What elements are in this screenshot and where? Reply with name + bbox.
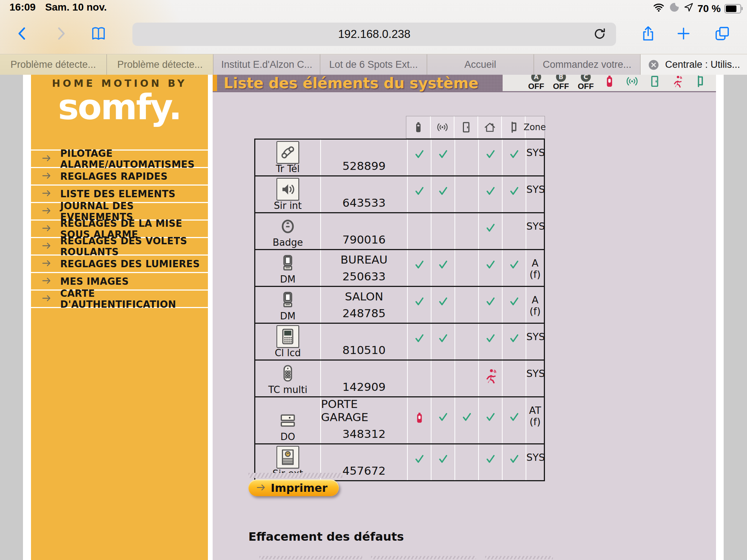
header-accent-bar — [213, 75, 217, 91]
device-cell: Sir int — [255, 176, 320, 212]
zone-value: SYS — [526, 176, 545, 212]
status-check-icon — [407, 324, 431, 359]
table-row: Tr Tél528899SYS — [255, 140, 544, 175]
sidebar-item-mes-images[interactable]: MES IMAGES — [31, 273, 208, 289]
status-empty-cell — [407, 213, 431, 249]
status-check-icon — [407, 140, 431, 175]
status-check-icon — [407, 444, 431, 480]
status-empty-cell — [454, 176, 478, 212]
device-cell: DM — [255, 250, 320, 286]
status-check-icon — [431, 444, 454, 480]
device-type-label: Badge — [273, 237, 303, 248]
close-tab-icon[interactable] — [647, 59, 660, 71]
print-button-label: Imprimer — [267, 482, 332, 494]
tab-label: Problème détecte... — [117, 59, 203, 70]
sidebar-item-carte-d-authentification[interactable]: CARTE D'AUTHENTIFICATION — [31, 291, 208, 307]
tab-2[interactable]: Problème détecte... — [107, 54, 213, 75]
forward-button[interactable] — [52, 22, 69, 45]
arrow-icon — [41, 240, 52, 253]
wifi-icon — [652, 1, 665, 16]
status-empty-cell — [431, 361, 454, 396]
door-icon — [454, 116, 477, 138]
runner-icon — [670, 75, 684, 90]
tab-6[interactable]: Commandez votre... — [534, 54, 640, 75]
device-number: 810510 — [342, 343, 386, 357]
status-check-icon — [478, 397, 502, 443]
status-check-icon — [431, 176, 454, 212]
arrow-icon — [41, 275, 52, 288]
tab-label: Problème détecte... — [11, 59, 96, 70]
device-type-label: Cl lcd — [275, 348, 301, 358]
device-number: 248785 — [342, 307, 386, 320]
tab-bar: Problème détecte...Problème détecte...In… — [0, 54, 747, 75]
new-tab-button[interactable] — [675, 22, 692, 45]
arrow-icon — [41, 170, 52, 183]
bookmarks-button[interactable] — [90, 22, 107, 45]
tab-4[interactable]: Lot de 6 Spots Ext... — [320, 54, 427, 75]
svg-text:C: C — [584, 75, 588, 81]
somfy-logo: HOME MOTION BY somfy. — [31, 75, 208, 148]
sidebar-item-reglages-des-lumieres[interactable]: REGLAGES DES LUMIERES — [31, 256, 208, 272]
status-check-icon — [431, 287, 454, 323]
status-empty-cell — [502, 213, 526, 249]
tab-3[interactable]: Institut E.d'Alzon C... — [213, 54, 320, 75]
battery-icon — [724, 4, 741, 13]
tab-5[interactable]: Accueil — [427, 54, 534, 75]
device-name-cell: 528899 — [320, 140, 407, 175]
device-type-label: TC multi — [268, 385, 307, 395]
reload-button[interactable] — [591, 26, 608, 42]
status-check-icon — [478, 176, 502, 212]
zone-value: SYS — [526, 361, 545, 396]
keypad-icon — [276, 325, 299, 348]
print-button[interactable]: Imprimer — [248, 479, 339, 496]
zone-value: SYS — [526, 213, 545, 249]
motion-icon — [276, 252, 299, 274]
tab-1[interactable]: Problème détecte... — [0, 54, 107, 75]
device-number: 348312 — [342, 427, 386, 440]
bottom-hatch — [371, 556, 476, 559]
device-cell: TC multi — [255, 361, 320, 396]
sidebar-item-label: LISTE DES ELEMENTS — [60, 188, 175, 199]
url-text: 192.168.0.238 — [338, 28, 410, 41]
sidebar: HOME MOTION BY somfy. PILOTAGE ALARME/AU… — [31, 75, 208, 560]
tabs-overview-button[interactable] — [713, 22, 731, 45]
zone-header: Zone — [525, 116, 544, 138]
status-check-icon — [478, 444, 502, 480]
device-cell: Tr Tél — [255, 140, 320, 175]
siren-ext-icon — [276, 446, 299, 468]
status-check-icon — [431, 250, 454, 286]
status-check-icon — [502, 324, 526, 359]
table-row: DMBUREAU250633A (f) — [255, 249, 544, 286]
status-empty-cell — [454, 140, 478, 175]
sidebar-item-label: REGLAGES DES LUMIERES — [60, 258, 200, 269]
arrow-icon — [41, 153, 52, 165]
share-button[interactable] — [639, 22, 657, 45]
back-button[interactable] — [14, 22, 31, 45]
device-type-label: Sir int — [274, 201, 302, 211]
device-name: PORTE GARAGE — [321, 397, 407, 424]
device-name-cell: 643533 — [320, 176, 407, 212]
device-type-label: DM — [280, 274, 295, 285]
zone-b-toggle[interactable]: BOFF — [553, 75, 569, 90]
sidebar-item-journal-des-evenements[interactable]: JOURNAL DES EVENEMENTS — [31, 203, 208, 219]
radio-icon — [625, 75, 639, 90]
sidebar-item-pilotage-alarme-automatismes[interactable]: PILOTAGE ALARME/AUTOMATISMES — [31, 151, 208, 167]
sidebar-item-reglages-rapides[interactable]: REGLAGES RAPIDES — [31, 168, 208, 184]
sidebar-item-reglages-de-la-mise-sous-alarme[interactable]: REGLAGES DE LA MISE SOUS ALARME — [31, 221, 208, 237]
sidebar-item-reglages-des-volets-roulants[interactable]: REGLAGES DES VOLETS ROULANTS — [31, 238, 208, 254]
tab-7[interactable]: Centrale : Utilis... — [640, 54, 747, 75]
sidebar-menu: PILOTAGE ALARME/AUTOMATISMESREGLAGES RAP… — [31, 149, 208, 307]
url-bar[interactable]: 192.168.0.238 — [132, 23, 616, 46]
zone-c-toggle[interactable]: COFF — [578, 75, 594, 90]
house-icon — [477, 116, 501, 138]
sidebar-item-liste-des-elements[interactable]: LISTE DES ELEMENTS — [31, 186, 208, 202]
antenna-icon — [716, 75, 716, 90]
svg-text:A: A — [534, 75, 539, 81]
browser-chrome: 16:09 Sam. 10 nov. 70 % — [0, 0, 747, 54]
status-check-icon — [502, 176, 526, 212]
device-number: 142909 — [342, 380, 386, 393]
device-number: 528899 — [342, 159, 386, 172]
status-check-icon — [478, 250, 502, 286]
zone-a-toggle[interactable]: AOFF — [528, 75, 544, 90]
device-cell: Cl lcd — [255, 324, 320, 359]
